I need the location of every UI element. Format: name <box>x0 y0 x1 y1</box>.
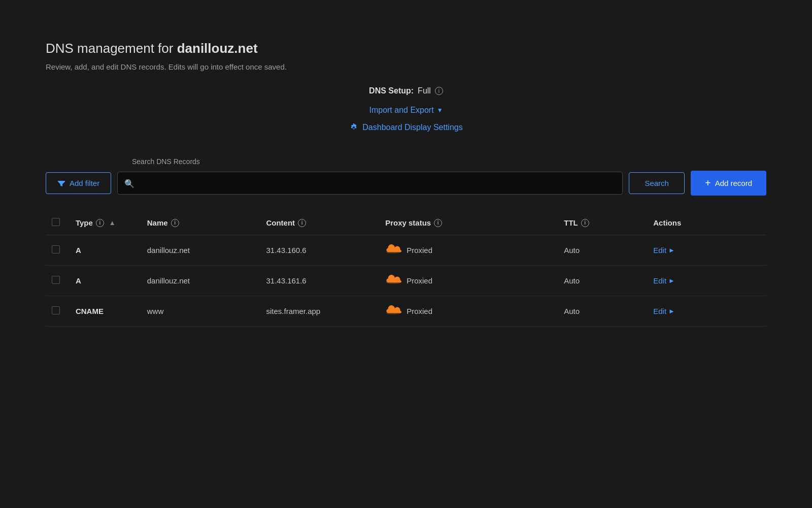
dns-setup-info-icon[interactable]: i <box>435 87 443 95</box>
import-export-row: Import and Export ▼ <box>46 106 766 115</box>
add-filter-button[interactable]: Add filter <box>46 172 111 194</box>
row-type-cell: A <box>70 235 141 266</box>
import-export-link[interactable]: Import and Export ▼ <box>369 106 443 115</box>
svg-point-1 <box>386 281 401 284</box>
row-proxy-status-cell: Proxied <box>379 266 558 296</box>
row-checkbox-cell <box>46 296 70 327</box>
table-header-row: Type i ▲ Name i Content i <box>46 211 766 235</box>
search-bar-row: Add filter 🔍 Search + Add record <box>46 171 766 196</box>
search-button[interactable]: Search <box>629 172 685 194</box>
dashboard-settings-label: Dashboard Display Settings <box>362 123 462 132</box>
row-actions-cell: Edit ► <box>647 235 766 266</box>
row-actions-cell: Edit ► <box>647 266 766 296</box>
row-content-cell: sites.framer.app <box>260 296 379 327</box>
svg-point-2 <box>386 312 401 314</box>
add-record-button[interactable]: + Add record <box>691 171 766 196</box>
proxy-info-icon[interactable]: i <box>434 219 442 227</box>
row-checkbox-1[interactable] <box>52 276 60 284</box>
row-proxy-status-cell: Proxied <box>379 296 558 327</box>
proxy-status-label: Proxied <box>407 307 432 315</box>
search-icon: 🔍 <box>124 178 134 188</box>
row-checkbox-2[interactable] <box>52 306 60 314</box>
dashboard-settings-row: Dashboard Display Settings <box>46 123 766 132</box>
search-input-wrapper: 🔍 <box>117 172 623 195</box>
edit-link-1[interactable]: Edit ► <box>653 276 760 285</box>
row-checkbox-0[interactable] <box>52 245 60 253</box>
page-title: DNS management for danillouz.net <box>46 41 766 56</box>
row-ttl-cell: Auto <box>558 235 647 266</box>
row-name-cell: danillouz.net <box>141 266 260 296</box>
dashboard-settings-link[interactable]: Dashboard Display Settings <box>349 123 462 132</box>
cloud-proxied-icon <box>385 244 401 256</box>
name-info-icon[interactable]: i <box>171 219 179 227</box>
type-info-icon[interactable]: i <box>96 219 104 227</box>
search-section: Search DNS Records Add filter 🔍 Search + <box>46 157 766 196</box>
table-row: A danillouz.net 31.43.161.6 Proxied Auto <box>46 266 766 296</box>
ttl-info-icon[interactable]: i <box>581 219 589 227</box>
svg-point-0 <box>386 251 401 253</box>
search-dns-records-label: Search DNS Records <box>132 157 766 166</box>
dns-setup-value: Full <box>418 86 431 96</box>
gear-icon <box>349 123 358 132</box>
dns-setup-label: DNS Setup: <box>369 86 414 96</box>
edit-arrow-icon: ► <box>668 277 675 284</box>
row-ttl-cell: Auto <box>558 266 647 296</box>
sort-ascending-icon[interactable]: ▲ <box>109 219 116 227</box>
row-ttl-cell: Auto <box>558 296 647 327</box>
header-checkbox-col <box>46 211 70 235</box>
header-name-col: Name i <box>141 211 260 235</box>
chevron-down-icon: ▼ <box>437 107 443 114</box>
filter-icon <box>57 179 65 187</box>
edit-arrow-icon: ► <box>668 307 675 315</box>
header-type-col: Type i ▲ <box>70 211 141 235</box>
row-type-cell: A <box>70 266 141 296</box>
header-proxy-status-col: Proxy status i <box>379 211 558 235</box>
table-row: A danillouz.net 31.43.160.6 Proxied Auto <box>46 235 766 266</box>
row-name-cell: www <box>141 296 260 327</box>
cloud-proxied-icon <box>385 275 401 287</box>
page-subtitle: Review, add, and edit DNS records. Edits… <box>46 62 766 71</box>
row-name-cell: danillouz.net <box>141 235 260 266</box>
row-type-cell: CNAME <box>70 296 141 327</box>
row-proxy-status-cell: Proxied <box>379 235 558 266</box>
select-all-checkbox[interactable] <box>52 218 60 226</box>
content-info-icon[interactable]: i <box>298 219 306 227</box>
search-input[interactable] <box>117 172 623 195</box>
edit-link-2[interactable]: Edit ► <box>653 307 760 315</box>
header-content-col: Content i <box>260 211 379 235</box>
import-export-label: Import and Export <box>369 106 433 115</box>
row-checkbox-cell <box>46 235 70 266</box>
dns-table: Type i ▲ Name i Content i <box>46 211 766 327</box>
row-checkbox-cell <box>46 266 70 296</box>
header-ttl-col: TTL i <box>558 211 647 235</box>
proxy-status-label: Proxied <box>407 246 432 255</box>
row-content-cell: 31.43.160.6 <box>260 235 379 266</box>
cloud-proxied-icon <box>385 305 401 317</box>
plus-icon: + <box>705 177 711 189</box>
edit-arrow-icon: ► <box>668 246 675 254</box>
proxy-status-label: Proxied <box>407 276 432 285</box>
edit-link-0[interactable]: Edit ► <box>653 246 760 255</box>
dns-setup-row: DNS Setup: Full i <box>46 86 766 96</box>
row-actions-cell: Edit ► <box>647 296 766 327</box>
header-actions-col: Actions <box>647 211 766 235</box>
row-content-cell: 31.43.161.6 <box>260 266 379 296</box>
table-row: CNAME www sites.framer.app Proxied Auto <box>46 296 766 327</box>
